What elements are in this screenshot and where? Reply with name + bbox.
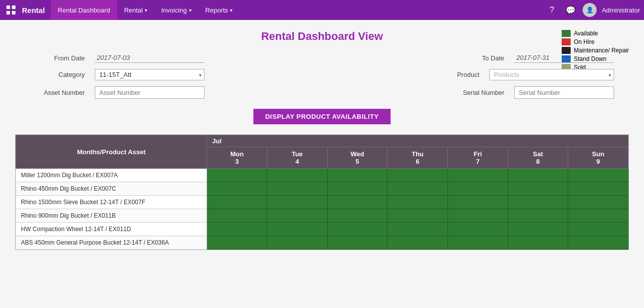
availability-cell[interactable] xyxy=(327,182,388,196)
nav-reports-arrow: ▾ xyxy=(230,7,232,13)
availability-cell[interactable] xyxy=(327,223,388,236)
th-day-2: Wed5 xyxy=(327,147,388,169)
table-row: Rhino 450mm Dig Bucket / EX007C xyxy=(16,182,629,196)
availability-cell[interactable] xyxy=(447,236,508,250)
availability-cell[interactable] xyxy=(568,236,629,250)
availability-cell[interactable] xyxy=(267,223,327,236)
nav-invoicing-arrow: ▾ xyxy=(189,7,192,13)
availability-cell[interactable] xyxy=(207,182,267,196)
availability-cell[interactable] xyxy=(508,223,568,236)
availability-cell[interactable] xyxy=(508,196,568,209)
availability-cell[interactable] xyxy=(327,236,388,250)
category-label: Category xyxy=(30,71,85,78)
chat-icon[interactable]: 💬 xyxy=(564,3,578,17)
nav-item-invoicing[interactable]: Invoicing ▾ xyxy=(154,0,198,20)
user-name[interactable]: Administrator xyxy=(602,6,640,14)
th-day-1: Tue4 xyxy=(267,147,327,169)
table-header-row-month: Months/Product Asset Jul xyxy=(16,135,629,147)
table-row: Rhino 1500mm Sieve Bucket 12-14T / EX007… xyxy=(16,196,629,209)
availability-cell[interactable] xyxy=(388,236,448,250)
legend: Available On Hire Maintenance/ Repair St… xyxy=(562,30,629,72)
table-container: Months/Product Asset Jul Mon3 Tue4 Wed5 … xyxy=(15,134,629,250)
nav-item-reports[interactable]: Reports ▾ xyxy=(199,0,240,20)
availability-cell[interactable] xyxy=(267,169,327,182)
row-label: ABS 450mm General Purpose Bucket 12-14T … xyxy=(16,236,207,250)
table-row: HW Compaction Wheel 12-14T / EX011D xyxy=(16,223,629,236)
availability-cell[interactable] xyxy=(388,169,448,182)
legend-color-stand-down xyxy=(562,55,571,62)
availability-table: Months/Product Asset Jul Mon3 Tue4 Wed5 … xyxy=(15,135,629,250)
availability-cell[interactable] xyxy=(207,169,267,182)
th-day-0: Mon3 xyxy=(207,147,267,169)
avatar[interactable]: 👤 xyxy=(583,3,597,17)
availability-cell[interactable] xyxy=(267,209,327,223)
display-button[interactable]: DISPLAY PRODUCT AVAILABILITY xyxy=(253,109,391,124)
availability-cell[interactable] xyxy=(447,182,508,196)
legend-label-on-hire: On Hire xyxy=(574,38,594,45)
grid-icon[interactable] xyxy=(4,3,18,17)
product-select-wrapper: Products ▾ xyxy=(489,69,614,80)
availability-cell[interactable] xyxy=(568,209,629,223)
page-title: Rental Dashboard View xyxy=(15,30,629,43)
legend-color-available xyxy=(562,30,571,37)
availability-cell[interactable] xyxy=(388,182,448,196)
legend-item-available: Available xyxy=(562,30,629,37)
row-label: HW Compaction Wheel 12-14T / EX011D xyxy=(16,223,207,236)
availability-cell[interactable] xyxy=(267,236,327,250)
svg-rect-3 xyxy=(12,11,15,14)
availability-cell[interactable] xyxy=(207,209,267,223)
row-label: Rhino 900mm Dig Bucket / EX011B xyxy=(16,209,207,223)
nav-item-rental-dashboard[interactable]: Rental Dashboard xyxy=(51,0,117,20)
availability-cell[interactable] xyxy=(568,223,629,236)
legend-item-maintenance: Maintenance/ Repair xyxy=(562,47,629,54)
availability-cell[interactable] xyxy=(447,196,508,209)
availability-cell[interactable] xyxy=(568,182,629,196)
legend-label-stand-down: Stand Down xyxy=(574,55,606,62)
serial-number-input[interactable] xyxy=(514,86,614,99)
product-select[interactable]: Products xyxy=(489,69,614,80)
svg-rect-2 xyxy=(6,11,10,14)
serial-number-label: Serial Number xyxy=(449,89,504,96)
th-months-product-asset: Months/Product Asset xyxy=(16,135,207,169)
app-name: Rental xyxy=(22,6,45,14)
availability-cell[interactable] xyxy=(568,196,629,209)
nav-item-rental[interactable]: Rental ▾ xyxy=(117,0,155,20)
availability-cell[interactable] xyxy=(267,196,327,209)
availability-cell[interactable] xyxy=(267,182,327,196)
th-day-6: Sun9 xyxy=(568,147,629,169)
from-date-input[interactable] xyxy=(95,53,205,63)
availability-cell[interactable] xyxy=(508,209,568,223)
availability-cell[interactable] xyxy=(508,169,568,182)
th-day-3: Thu6 xyxy=(388,147,448,169)
table-row: ABS 450mm General Purpose Bucket 12-14T … xyxy=(16,236,629,250)
category-select[interactable]: 11-15T_Att xyxy=(95,69,205,80)
category-select-wrapper: 11-15T_Att ▾ xyxy=(95,69,205,80)
availability-cell[interactable] xyxy=(447,209,508,223)
filter-row-category-product: Category 11-15T_Att ▾ Product Products ▾ xyxy=(30,69,614,80)
table-body: Miller 1200mm Dig Bucket / EX007ARhino 4… xyxy=(16,169,629,250)
filter-row-dates: From Date To Date xyxy=(30,53,614,63)
availability-cell[interactable] xyxy=(568,169,629,182)
asset-number-input[interactable] xyxy=(95,86,205,99)
availability-cell[interactable] xyxy=(508,182,568,196)
help-icon[interactable]: ? xyxy=(545,3,559,17)
filter-row-asset-serial: Asset Number Serial Number xyxy=(30,86,614,99)
nav-rental-arrow: ▾ xyxy=(145,7,147,13)
svg-rect-1 xyxy=(12,5,15,9)
availability-cell[interactable] xyxy=(388,223,448,236)
availability-cell[interactable] xyxy=(327,169,388,182)
availability-cell[interactable] xyxy=(508,236,568,250)
availability-cell[interactable] xyxy=(447,223,508,236)
availability-cell[interactable] xyxy=(207,223,267,236)
availability-cell[interactable] xyxy=(327,209,388,223)
availability-cell[interactable] xyxy=(447,169,508,182)
availability-cell[interactable] xyxy=(207,236,267,250)
availability-cell[interactable] xyxy=(207,196,267,209)
availability-cell[interactable] xyxy=(388,209,448,223)
to-date-label: To Date xyxy=(449,54,504,62)
table-row: Miller 1200mm Dig Bucket / EX007A xyxy=(16,169,629,182)
filter-section: From Date To Date Category 11-15T_Att ▾ … xyxy=(15,53,629,99)
availability-cell[interactable] xyxy=(327,196,388,209)
from-date-label: From Date xyxy=(30,54,85,62)
availability-cell[interactable] xyxy=(388,196,448,209)
